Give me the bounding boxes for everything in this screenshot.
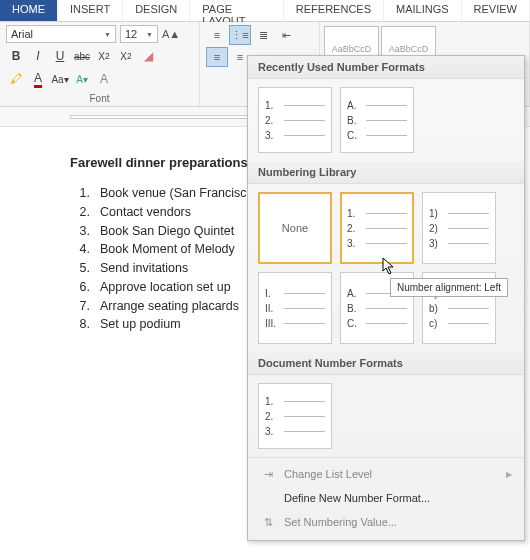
number-format-tile[interactable]: 1.2.3. (258, 87, 332, 153)
change-list-level-item[interactable]: ⇥ Change List Level ▶ (248, 462, 524, 486)
grow-font-button[interactable]: A▲ (162, 25, 180, 43)
tab-references[interactable]: REFERENCES (284, 0, 384, 21)
chevron-down-icon: ▼ (146, 31, 153, 38)
font-name-value: Arial (11, 28, 33, 40)
number-format-tile[interactable]: I.II.III. (258, 272, 332, 344)
numbering-button[interactable]: ⋮≡ (229, 25, 251, 45)
strikethrough-button[interactable]: abc (72, 46, 92, 66)
char-shading-button[interactable]: A (94, 69, 114, 89)
multilevel-button[interactable]: ≣ (252, 25, 274, 45)
bold-button[interactable]: B (6, 46, 26, 66)
align-left-button[interactable]: ≡ (206, 47, 228, 67)
font-color-button[interactable]: A (28, 69, 48, 89)
tooltip: Number alignment: Left (390, 278, 508, 297)
number-format-tile[interactable]: 1.2.3. (258, 383, 332, 449)
tab-home[interactable]: HOME (0, 0, 58, 21)
set-value-label: Set Numbering Value... (284, 516, 397, 528)
number-format-tile[interactable]: None (258, 192, 332, 264)
set-numbering-value-item[interactable]: ⇅ Set Numbering Value... (248, 510, 524, 534)
chevron-down-icon: ▼ (104, 31, 111, 38)
define-new-format-item[interactable]: Define New Number Format... (248, 486, 524, 510)
blank-icon (260, 490, 276, 506)
dropdown-section-doc: Document Number Formats (248, 352, 524, 375)
underline-button[interactable]: U (50, 46, 70, 66)
tab-page-layout[interactable]: PAGE LAYOUT (190, 0, 284, 21)
change-case-button[interactable]: Aa▾ (50, 69, 70, 89)
bullets-button[interactable]: ≡ (206, 25, 228, 45)
number-format-tile[interactable]: 1.2.3. (340, 192, 414, 264)
number-format-tile[interactable]: 1)2)3) (422, 192, 496, 264)
font-group-label: Font (6, 91, 193, 104)
dropdown-footer: ⇥ Change List Level ▶ Define New Number … (248, 457, 524, 540)
list-num-icon: ⇅ (260, 514, 276, 530)
library-formats-grid: None1.2.3.1)2)3)I.II.III.A.B.C.a)b)c) (248, 184, 524, 352)
tab-design[interactable]: DESIGN (123, 0, 190, 21)
font-size-select[interactable]: 12 ▼ (120, 25, 158, 43)
dropdown-section-library: Numbering Library (248, 161, 524, 184)
font-group: Arial ▼ 12 ▼ A▲ B I U abc X2 X2 ◢ 🖍 A Aa… (0, 22, 200, 106)
define-new-label: Define New Number Format... (284, 492, 430, 504)
indent-icon: ⇥ (260, 466, 276, 482)
change-level-label: Change List Level (284, 468, 372, 480)
number-format-tile[interactable]: A.B.C. (340, 87, 414, 153)
recent-formats-grid: 1.2.3.A.B.C. (248, 79, 524, 161)
clear-format-button[interactable]: ◢ (138, 46, 158, 66)
tab-mailings[interactable]: MAILINGS (384, 0, 462, 21)
doc-formats-grid: 1.2.3. (248, 375, 524, 457)
text-highlight-button[interactable]: 🖍 (6, 69, 26, 89)
chevron-right-icon: ▶ (506, 470, 512, 479)
font-size-value: 12 (125, 28, 137, 40)
text-effects-button[interactable]: A▾ (72, 69, 92, 89)
numbering-dropdown: Recently Used Number Formats 1.2.3.A.B.C… (247, 55, 525, 541)
decrease-indent-button[interactable]: ⇤ (275, 25, 297, 45)
font-name-select[interactable]: Arial ▼ (6, 25, 116, 43)
tab-insert[interactable]: INSERT (58, 0, 123, 21)
dropdown-section-recent: Recently Used Number Formats (248, 56, 524, 79)
tab-review[interactable]: REVIEW (462, 0, 530, 21)
italic-button[interactable]: I (28, 46, 48, 66)
superscript-button[interactable]: X2 (116, 46, 136, 66)
subscript-button[interactable]: X2 (94, 46, 114, 66)
ribbon-tabs: HOMEINSERTDESIGNPAGE LAYOUTREFERENCESMAI… (0, 0, 530, 22)
